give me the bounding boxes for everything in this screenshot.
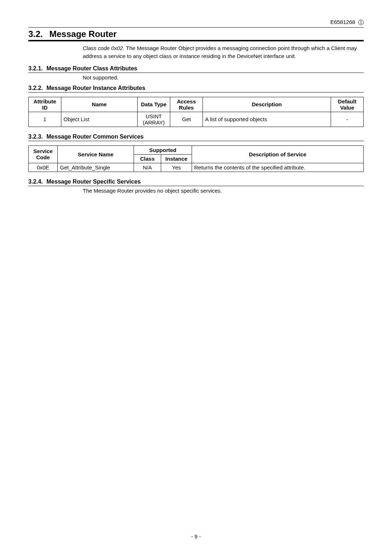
- cell-dtype: USINT (ARRAY): [138, 112, 170, 127]
- th-supported: Supported: [134, 145, 192, 154]
- sub3-rule: [28, 141, 364, 141]
- sub1-body: Not supported.: [83, 74, 364, 81]
- class-code: Class code 0x02.: [83, 45, 124, 51]
- section-heading: 3.2. Message Router: [28, 28, 364, 40]
- doc-rev: 1: [358, 20, 364, 25]
- sub4-heading: 3.2.4.Message Router Specific Services: [28, 178, 364, 185]
- th-dtype: Data Type: [138, 97, 170, 112]
- cell-name: Object List: [61, 112, 138, 127]
- sub4-title: Message Router Specific Services: [46, 178, 141, 185]
- table-row: Attribute ID Name Data Type Access Rules…: [29, 97, 364, 112]
- sub1-title: Message Router Class Attributes: [46, 65, 137, 71]
- sub2-num: 3.2.2.: [28, 85, 43, 91]
- sub1-rule: [28, 73, 364, 73]
- doc-id: E6581268: [330, 19, 355, 25]
- th-access: Access Rules: [170, 97, 203, 112]
- sub3-title: Message Router Common Services: [46, 134, 144, 140]
- table-row: 0x0E Get_Attribute_Single N/A Yes Return…: [29, 163, 364, 172]
- th-desc: Description: [203, 97, 331, 112]
- sub1-heading: 3.2.1.Message Router Class Attributes: [28, 65, 364, 72]
- section-number: 3.2.: [28, 29, 43, 39]
- cell-class: N/A: [134, 163, 161, 172]
- cell-instance: Yes: [161, 163, 192, 172]
- section-intro: Class code 0x02. The Message Router Obje…: [83, 44, 364, 60]
- instance-attr-table: Attribute ID Name Data Type Access Rules…: [28, 97, 364, 127]
- sub4-num: 3.2.4.: [28, 178, 43, 185]
- th-instance: Instance: [161, 154, 192, 163]
- cell-attr: 1: [29, 112, 61, 127]
- th-name: Name: [61, 97, 138, 112]
- doc-header: E6581268 1: [28, 19, 364, 25]
- sub4-rule: [28, 186, 364, 186]
- page-footer: - 9 -: [0, 533, 392, 539]
- section-title: Message Router: [49, 29, 117, 39]
- table-row: 1 Object List USINT (ARRAY) Get A list o…: [29, 112, 364, 127]
- sub3-heading: 3.2.3.Message Router Common Services: [28, 134, 364, 140]
- cell-sdesc: Returns the contents of the specified at…: [192, 163, 364, 172]
- cell-desc: A list of supported objects: [203, 112, 331, 127]
- sub2-rule: [28, 92, 364, 93]
- sub2-title: Message Router Instance Attributes: [46, 85, 145, 91]
- top-rule-thick: [28, 40, 364, 41]
- th-sname: Service Name: [58, 145, 134, 163]
- th-code: Service Code: [29, 145, 58, 163]
- cell-access: Get: [170, 112, 203, 127]
- sub1-num: 3.2.1.: [28, 65, 43, 71]
- common-services-table: Service Code Service Name Supported Desc…: [28, 145, 364, 172]
- table-row: Service Code Service Name Supported Desc…: [29, 145, 364, 154]
- th-default: Default Value: [331, 97, 364, 112]
- cell-default: -: [331, 112, 364, 127]
- cell-code: 0x0E: [29, 163, 58, 172]
- cell-sname: Get_Attribute_Single: [58, 163, 134, 172]
- sub3-num: 3.2.3.: [28, 134, 43, 140]
- th-class: Class: [134, 154, 161, 163]
- sub4-body: The Message Router provides no object sp…: [83, 188, 364, 194]
- th-attr: Attribute ID: [29, 97, 61, 112]
- page-number: - 9 -: [191, 533, 201, 539]
- sub2-heading: 3.2.2.Message Router Instance Attributes: [28, 85, 364, 91]
- th-sdesc: Description of Service: [192, 145, 364, 163]
